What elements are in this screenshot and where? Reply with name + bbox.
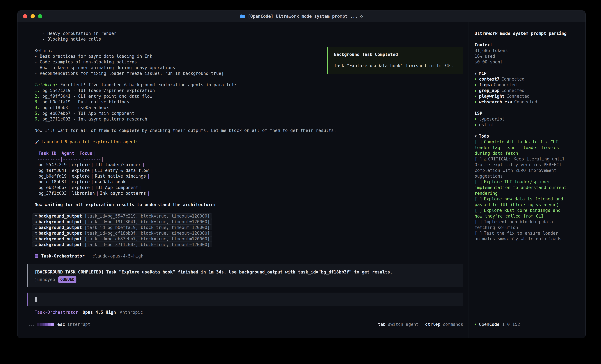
blank-line <box>35 196 469 202</box>
tool-call-row: ⚙background_output [task_id=bg_37f1c003,… <box>35 242 469 248</box>
table-separator-row: |---------|-------|-------| <box>35 156 469 162</box>
agent-list-item: 4.bg_df18bb3f - useData hook <box>35 105 469 111</box>
esc-key-hint: esc <box>57 322 65 327</box>
blank-line <box>35 122 469 128</box>
gear-icon: ⚙ <box>35 231 37 236</box>
todo-item: [ ]Explore TUI loader/spinner implementa… <box>475 179 570 196</box>
output-line: Now I'll wait for all of them to complet… <box>35 128 469 134</box>
status-dot-icon <box>475 96 476 97</box>
folder-icon <box>240 14 245 18</box>
gear-icon: ⚙ <box>35 242 37 247</box>
notification-toast: Background Task Completed Task "Explore … <box>327 47 463 74</box>
prompt-input[interactable] <box>27 293 463 306</box>
tab-key-hint: tab <box>378 322 386 327</box>
mcp-item: playwrightConnected <box>475 94 586 99</box>
table-row: |bg_eb87ebb7|explore|TUI App component| <box>35 185 469 191</box>
background-task-event: [BACKGROUND TASK COMPLETED] Task "Explor… <box>27 264 463 287</box>
rocket-icon <box>35 140 39 144</box>
agent-list-item: 1.bg_5547c219 - TUI loader/spinner explo… <box>35 88 469 94</box>
titlebar: [OpenCode] Ultrawork mode system prompt … <box>18 10 585 22</box>
todo-item: [ ]Implement non-blocking data fetching … <box>475 219 570 230</box>
blank-line <box>475 105 586 111</box>
status-dot-icon <box>475 101 476 103</box>
lsp-section-header: LSP <box>475 111 586 116</box>
warning-icon: ⚠ <box>484 157 487 162</box>
blank-line <box>475 36 586 42</box>
gear-icon: ⚙ <box>35 225 37 230</box>
table-row: |bg_b0effa19|explore|Rust native binding… <box>35 173 469 179</box>
tool-call-row: ⚙background_output [task_id=bg_b0effa19,… <box>35 225 469 230</box>
event-user: junhoyeo <box>35 277 55 282</box>
table-row: |bg_5547c219|explore|TUI loader/spinner| <box>35 162 469 168</box>
queued-badge: QUEUED <box>58 277 76 283</box>
table-row: |bg_37f1c003|librarian|Ink async pattern… <box>35 191 469 196</box>
status-dot-icon <box>475 84 476 86</box>
tool-call-row: ⚙background_output [task_id=bg_eb87ebb7,… <box>35 236 469 242</box>
launch-banner: Launched 6 parallel exploration agents! <box>35 139 469 145</box>
agent-list-item: 3.bg_b0effa19 - Rust native bindings <box>35 99 469 105</box>
agent-list-item: 2.bg_f9ff3041 - CLI entry point and data… <box>35 94 469 99</box>
context-used: 16% used <box>475 54 586 59</box>
agent-status-line: Task-OrchestratorOpus 4.5 HighAnthropic <box>35 309 469 315</box>
gear-icon: ⚙ <box>35 214 37 219</box>
zoom-button[interactable] <box>38 14 42 19</box>
status-dot-icon <box>475 90 476 92</box>
table-row: |bg_f9ff3041|explore|CLI entry & data fl… <box>35 168 469 173</box>
mcp-item: figmaConnected <box>475 82 586 88</box>
notification-title: Background Task Completed <box>334 52 463 57</box>
sidebar: Ultrawork mode system prompt parsing Con… <box>469 22 586 338</box>
output-line: - Heavy computation in render <box>35 31 469 36</box>
close-button[interactable] <box>23 14 27 19</box>
ctrlp-key-hint: ctrl+p <box>425 322 441 327</box>
todo-list: [ ]Complete ALL tasks to fix CLI loader … <box>475 139 570 242</box>
thinking-line: Thinking:Excellent! I've launched 6 back… <box>35 82 469 88</box>
status-dot-icon <box>475 124 476 126</box>
spinner-dots-icon <box>29 322 35 327</box>
context-tokens: 31,686 tokens <box>475 48 586 54</box>
event-message: [BACKGROUND TASK COMPLETED] Task "Explor… <box>35 269 463 275</box>
status-dot-icon <box>475 118 476 120</box>
app-window: [OpenCode] Ultrawork mode system prompt … <box>17 10 586 338</box>
mcp-item: websearch_exaConnected <box>475 99 586 105</box>
blank-line <box>35 145 469 151</box>
chevron-down-icon: ▼ <box>475 71 477 76</box>
agent-square-icon <box>35 254 38 258</box>
todo-item: [ ]⚠CRITICAL: Keep iterating until Oracl… <box>475 156 570 179</box>
blank-line <box>475 128 586 134</box>
tool-call-row: ⚙background_output [task_id=bg_f9ff3041,… <box>35 219 469 225</box>
notification-body: Task "Explore useData hook" finished in … <box>334 63 463 69</box>
output-line: Now waiting for all exploration results … <box>35 202 469 208</box>
todo-item: [ ]Test the fix to ensure loader animate… <box>475 230 570 242</box>
context-heading: Context <box>475 42 586 48</box>
table-row: |bg_df18bb3f|explore|useData hook| <box>35 179 469 185</box>
status-bar: esc interrupt tabswitch agent ctrl+pcomm… <box>29 321 463 327</box>
window-title: [OpenCode] Ultrawork mode system prompt … <box>240 14 363 19</box>
output-line: - Blocking native calls <box>35 36 469 42</box>
lsp-item: eslint <box>475 122 586 128</box>
status-dot-icon <box>475 78 476 80</box>
chevron-down-icon: ▼ <box>475 134 477 139</box>
tool-call-row: ⚙background_output [task_id=bg_5547c219,… <box>35 213 469 219</box>
agent-list-item: 5.bg_eb87ebb7 - TUI App main component <box>35 111 469 116</box>
status-circle-icon: ○ <box>360 14 362 19</box>
text-cursor <box>35 297 37 302</box>
orchestrator-line: Task-Orchestrator · claude-opus-4-5-high <box>35 253 469 259</box>
blank-line <box>35 42 469 48</box>
app-version: OpenCode 1.0.152 <box>475 321 520 327</box>
message-gutter <box>32 31 32 248</box>
minimize-button[interactable] <box>30 14 35 19</box>
mcp-section-header[interactable]: ▼MCP <box>475 71 586 76</box>
lsp-item: typescript <box>475 116 586 122</box>
blank-line <box>35 76 469 82</box>
context-spent: $0.00 spent <box>475 59 586 65</box>
todo-item: [ ]Complete ALL tasks to fix CLI loader … <box>475 139 570 156</box>
todo-section-header[interactable]: ▼Todo <box>475 134 586 139</box>
mcp-item: grep_appConnected <box>475 88 586 94</box>
status-dot-icon <box>475 324 476 325</box>
terminal-main: - Heavy computation in render - Blocking… <box>18 22 469 338</box>
blank-line <box>35 248 469 253</box>
traffic-lights <box>23 14 42 19</box>
window-title-text: [OpenCode] Ultrawork mode system prompt … <box>248 14 358 19</box>
thinking-label: Thinking: <box>35 82 58 87</box>
blank-line <box>35 134 469 139</box>
